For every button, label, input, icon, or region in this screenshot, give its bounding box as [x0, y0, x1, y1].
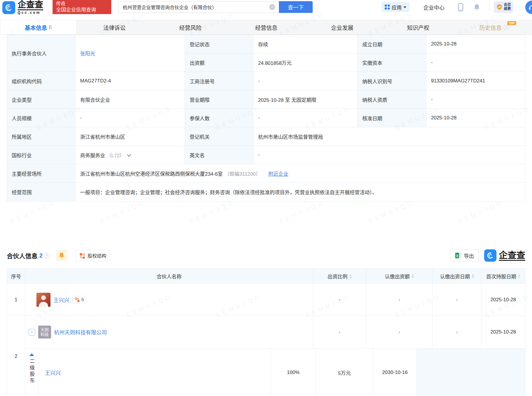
export-button[interactable]: X 导出	[450, 249, 479, 262]
clear-search-icon[interactable]	[269, 4, 275, 10]
tab-history-info[interactable]: VIP 历史信息	[456, 20, 532, 34]
company-logo-line2: 科技	[41, 332, 49, 337]
related-companies-badge[interactable]: 6	[72, 296, 86, 304]
field-label: 纳税人识别号	[358, 72, 426, 90]
first-date-value: 2025-10-28	[482, 316, 525, 348]
brand-name: 企查查	[18, 1, 43, 10]
field-label: 主要经营场所	[7, 164, 75, 183]
industry-cell: 商务服务业 （L72）	[75, 146, 185, 164]
col-header-date[interactable]: 认缴出资日期	[433, 269, 482, 283]
promo-line2: 全国企业信用查询	[56, 7, 108, 13]
shareholder-level-label: 二级股东	[28, 358, 36, 384]
ratio-value: -	[313, 316, 366, 348]
second-level-shareholder-subrow: 二级股东 王兴兴 100% 5万元 2030-10-16	[25, 348, 525, 396]
shareholder-level-cell: 二级股东	[25, 348, 38, 396]
field-label: 人员规模	[7, 109, 75, 127]
apps-menu[interactable]: 应用	[382, 2, 409, 12]
field-label: 核准日期	[358, 109, 426, 127]
field-value: 一般项目：企业管理咨询；企业管理；社会经济咨询服务；财务咨询（除依法须经批准的项…	[75, 183, 525, 201]
company-name-link[interactable]: 杭州天则科技有限公司	[54, 328, 107, 336]
col-label: 认缴出资日期	[440, 273, 470, 280]
person-avatar[interactable]	[36, 293, 50, 307]
field-label: 组织机构代码	[7, 72, 75, 90]
chevron-down-icon[interactable]	[127, 154, 131, 157]
badge-count: 6	[81, 297, 84, 302]
vip-crown-icon	[496, 4, 503, 10]
enterprise-center-link[interactable]: 企业中心	[423, 4, 445, 11]
brand-domain: Qcc.com	[18, 11, 43, 15]
caret-down-icon	[403, 6, 406, 8]
partners-table-header: 序号 合伙人名称 出资比例 认缴出资额 认缴出资日期 首次持股日期	[7, 269, 525, 283]
partner-company-subrow: 天则 科技 杭州天则科技有限公司 - - - 2025-10-28	[25, 316, 525, 348]
sub-date-value: 2030-10-16	[373, 348, 417, 396]
col-header-name: 合伙人名称	[25, 269, 313, 283]
tab-intellectual-property[interactable]: 知识产权	[380, 20, 456, 34]
tab-label: 基本信息	[25, 23, 47, 31]
monitor-bell-button[interactable]	[56, 250, 67, 261]
col-label: 认缴出资额	[385, 273, 410, 280]
nearby-companies-link[interactable]: 附近企业	[268, 170, 288, 177]
org-chart-icon	[75, 297, 80, 302]
search-button[interactable]: 查一下	[279, 1, 313, 13]
mobile-app-icon[interactable]	[458, 3, 463, 13]
field-label: 参保人数	[185, 109, 253, 127]
tab-operating-info[interactable]: 经营信息	[228, 20, 304, 34]
search-input[interactable]	[118, 1, 279, 13]
tab-label: 历史信息	[479, 23, 502, 31]
col-header-first-date[interactable]: 首次持股日期	[482, 269, 525, 283]
sort-icon[interactable]	[411, 274, 414, 278]
vip-label-2: 续费	[504, 7, 511, 11]
partner-name-link[interactable]: 王兴兴	[53, 296, 69, 304]
person-link[interactable]: 张阳光	[80, 50, 95, 57]
equity-structure-button[interactable]: 股权结构	[75, 250, 110, 261]
customer-service-icon[interactable]	[525, 1, 532, 14]
col-header-amount[interactable]: 认缴出资额	[366, 269, 433, 283]
tab-label: 经营风险	[179, 23, 201, 31]
watermark-text: EEMU3QD	[278, 199, 326, 225]
company-logo[interactable]: 天则 科技	[38, 326, 51, 339]
qcc-logo[interactable]: 企查查 Qcc.com	[2, 1, 43, 15]
qcc-logo-icon	[484, 249, 496, 262]
collapse-minus-icon[interactable]	[28, 329, 35, 336]
sub-amount-value: 5万元	[316, 348, 373, 396]
tab-label: 企业发展	[331, 23, 353, 31]
sub-shareholder-link[interactable]: 王兴兴	[45, 369, 61, 376]
watermark-text: EEMU3QD	[188, 199, 236, 225]
field-value: 2025-10-28	[426, 109, 525, 127]
sort-icon[interactable]	[349, 274, 352, 278]
empty-cell	[417, 348, 525, 396]
field-value: 有限合伙企业	[75, 90, 185, 109]
field-value: -	[253, 72, 358, 90]
sort-icon[interactable]	[518, 274, 520, 278]
apps-grid-icon	[385, 4, 390, 10]
qcc-logo-icon	[2, 1, 15, 14]
tab-company-development[interactable]: 企业发展	[304, 20, 380, 34]
tab-label: 法律诉讼	[103, 23, 126, 31]
sort-icon[interactable]	[472, 274, 474, 278]
info-icon[interactable]	[44, 253, 50, 258]
notification-bell-icon[interactable]	[473, 4, 480, 12]
tab-basic-info[interactable]: 基本信息 6	[0, 20, 77, 34]
collapse-triangle-icon[interactable]	[29, 353, 34, 356]
tab-legal-proceedings[interactable]: 法律诉讼	[77, 20, 153, 34]
field-value: 2025-10-28	[426, 35, 525, 53]
tab-bar: 基本信息 6 法律诉讼 经营风险 经营信息 企业发展 知识产权 VIP 历史信息	[0, 20, 532, 35]
col-label: 出资比例	[328, 273, 348, 280]
field-value: -	[426, 53, 525, 72]
partner-row-1: 1 王兴兴 6 - - - 2025-10-28	[7, 283, 525, 316]
company-logo-line1: 天则	[41, 327, 49, 332]
field-value: -	[253, 146, 525, 164]
partners-title: 合伙人信息	[7, 251, 38, 260]
search-bar: 查一下	[118, 1, 313, 13]
export-label: 导出	[464, 252, 474, 259]
field-label: 营业期限	[185, 90, 253, 109]
amount-value: -	[366, 284, 433, 316]
vip-renew-button[interactable]: 会员 续费	[494, 1, 513, 13]
partner-name-cell: 王兴兴 6	[25, 284, 313, 316]
watermark-text: EEMU3QD	[368, 199, 415, 225]
tab-operating-risk[interactable]: 经营风险	[152, 20, 228, 34]
field-label: 实缴资本	[358, 53, 426, 72]
col-header-ratio[interactable]: 出资比例	[313, 269, 366, 283]
top-header: 企查查 Qcc.com 传奇 全国企业信用查询 查一下 应用 企业中心	[0, 0, 532, 14]
partners-table: 序号 合伙人名称 出资比例 认缴出资额 认缴出资日期 首次持股日期 1	[7, 268, 525, 396]
